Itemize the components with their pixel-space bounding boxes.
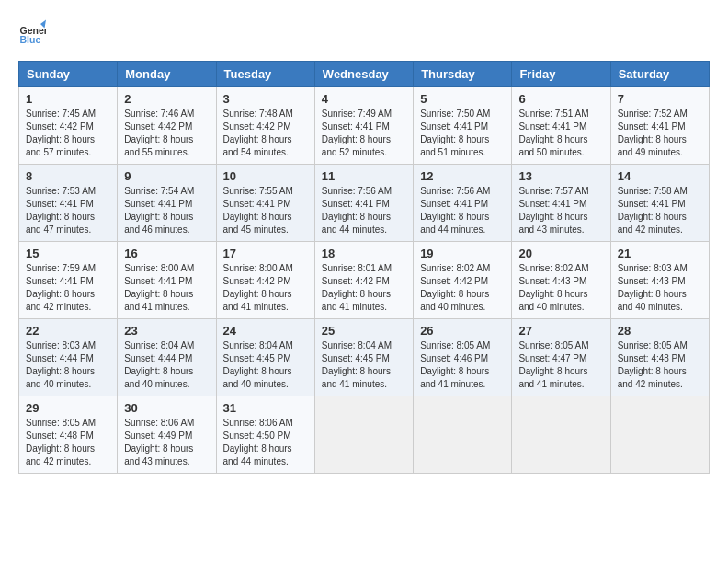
calendar-cell: 24Sunrise: 8:04 AMSunset: 4:45 PMDayligh…: [216, 319, 314, 396]
weekday-header-thursday: Thursday: [414, 62, 512, 87]
day-info: Sunrise: 7:56 AMSunset: 4:41 PMDaylight:…: [420, 185, 505, 236]
day-info: Sunrise: 7:58 AMSunset: 4:41 PMDaylight:…: [618, 185, 702, 236]
weekday-header-row: SundayMondayTuesdayWednesdayThursdayFrid…: [19, 62, 710, 87]
calendar-cell: 3Sunrise: 7:48 AMSunset: 4:42 PMDaylight…: [216, 87, 314, 165]
day-info: Sunrise: 8:04 AMSunset: 4:45 PMDaylight:…: [322, 339, 406, 391]
day-number: 11: [322, 169, 406, 183]
week-row-5: 29Sunrise: 8:05 AMSunset: 4:48 PMDayligh…: [19, 396, 710, 474]
calendar-cell: [610, 396, 709, 474]
calendar-cell: 9Sunrise: 7:54 AMSunset: 4:41 PMDaylight…: [118, 165, 216, 242]
day-info: Sunrise: 7:50 AMSunset: 4:41 PMDaylight:…: [420, 108, 505, 159]
calendar-cell: 25Sunrise: 8:04 AMSunset: 4:45 PMDayligh…: [314, 319, 413, 396]
calendar-cell: [314, 396, 413, 474]
day-info: Sunrise: 8:05 AMSunset: 4:47 PMDaylight:…: [518, 339, 603, 391]
day-number: 14: [618, 169, 702, 183]
calendar-cell: 23Sunrise: 8:04 AMSunset: 4:44 PMDayligh…: [118, 319, 216, 396]
day-number: 16: [124, 247, 209, 260]
weekday-header-monday: Monday: [118, 62, 216, 87]
day-number: 19: [420, 247, 505, 260]
calendar-cell: 4Sunrise: 7:49 AMSunset: 4:41 PMDaylight…: [314, 87, 413, 165]
day-number: 24: [223, 324, 308, 338]
day-number: 17: [223, 247, 308, 260]
calendar-cell: 21Sunrise: 8:03 AMSunset: 4:43 PMDayligh…: [610, 242, 709, 319]
day-info: Sunrise: 7:45 AMSunset: 4:42 PMDaylight:…: [26, 108, 110, 159]
day-info: Sunrise: 8:06 AMSunset: 4:49 PMDaylight:…: [124, 417, 209, 468]
calendar-cell: 18Sunrise: 8:01 AMSunset: 4:42 PMDayligh…: [314, 242, 413, 319]
day-number: 20: [518, 247, 603, 260]
day-info: Sunrise: 7:48 AMSunset: 4:42 PMDaylight:…: [223, 108, 308, 159]
day-info: Sunrise: 8:05 AMSunset: 4:48 PMDaylight:…: [618, 339, 702, 391]
calendar-cell: 17Sunrise: 8:00 AMSunset: 4:42 PMDayligh…: [216, 242, 314, 319]
calendar-cell: [414, 396, 512, 474]
day-info: Sunrise: 7:56 AMSunset: 4:41 PMDaylight:…: [322, 185, 406, 236]
day-info: Sunrise: 7:46 AMSunset: 4:42 PMDaylight:…: [124, 108, 209, 159]
day-info: Sunrise: 8:03 AMSunset: 4:44 PMDaylight:…: [26, 339, 110, 391]
calendar-cell: 20Sunrise: 8:02 AMSunset: 4:43 PMDayligh…: [512, 242, 610, 319]
day-number: 23: [124, 324, 209, 338]
day-number: 2: [124, 92, 209, 106]
day-number: 10: [223, 169, 308, 183]
day-number: 15: [26, 247, 110, 260]
day-number: 29: [26, 401, 110, 415]
weekday-header-saturday: Saturday: [610, 62, 709, 87]
calendar-cell: 10Sunrise: 7:55 AMSunset: 4:41 PMDayligh…: [216, 165, 314, 242]
weekday-header-friday: Friday: [512, 62, 610, 87]
day-number: 21: [618, 247, 702, 260]
logo: General Blue: [18, 18, 46, 46]
weekday-header-tuesday: Tuesday: [216, 62, 314, 87]
week-row-3: 15Sunrise: 7:59 AMSunset: 4:41 PMDayligh…: [19, 242, 710, 319]
calendar-cell: 29Sunrise: 8:05 AMSunset: 4:48 PMDayligh…: [19, 396, 118, 474]
day-number: 1: [26, 92, 110, 106]
calendar-cell: 28Sunrise: 8:05 AMSunset: 4:48 PMDayligh…: [610, 319, 709, 396]
day-number: 30: [124, 401, 209, 415]
page-header: General Blue: [18, 18, 710, 46]
day-info: Sunrise: 8:04 AMSunset: 4:44 PMDaylight:…: [124, 339, 209, 391]
day-info: Sunrise: 7:57 AMSunset: 4:41 PMDaylight:…: [518, 185, 603, 236]
calendar-table: SundayMondayTuesdayWednesdayThursdayFrid…: [18, 61, 710, 474]
day-info: Sunrise: 7:51 AMSunset: 4:41 PMDaylight:…: [518, 108, 603, 159]
calendar-cell: 13Sunrise: 7:57 AMSunset: 4:41 PMDayligh…: [512, 165, 610, 242]
day-number: 28: [618, 324, 702, 338]
day-info: Sunrise: 7:59 AMSunset: 4:41 PMDaylight:…: [26, 262, 110, 314]
day-number: 6: [518, 92, 603, 106]
day-info: Sunrise: 7:49 AMSunset: 4:41 PMDaylight:…: [322, 108, 406, 159]
calendar-cell: 11Sunrise: 7:56 AMSunset: 4:41 PMDayligh…: [314, 165, 413, 242]
day-info: Sunrise: 8:00 AMSunset: 4:42 PMDaylight:…: [223, 262, 308, 314]
day-number: 5: [420, 92, 505, 106]
calendar-cell: 15Sunrise: 7:59 AMSunset: 4:41 PMDayligh…: [19, 242, 118, 319]
day-number: 8: [26, 169, 110, 183]
calendar-cell: 12Sunrise: 7:56 AMSunset: 4:41 PMDayligh…: [414, 165, 512, 242]
day-info: Sunrise: 8:05 AMSunset: 4:48 PMDaylight:…: [26, 417, 110, 468]
day-number: 12: [420, 169, 505, 183]
day-info: Sunrise: 7:54 AMSunset: 4:41 PMDaylight:…: [124, 185, 209, 236]
calendar-cell: 7Sunrise: 7:52 AMSunset: 4:41 PMDaylight…: [610, 87, 709, 165]
calendar-cell: 14Sunrise: 7:58 AMSunset: 4:41 PMDayligh…: [610, 165, 709, 242]
weekday-header-wednesday: Wednesday: [314, 62, 413, 87]
day-number: 31: [223, 401, 308, 415]
calendar-cell: 22Sunrise: 8:03 AMSunset: 4:44 PMDayligh…: [19, 319, 118, 396]
day-info: Sunrise: 8:04 AMSunset: 4:45 PMDaylight:…: [223, 339, 308, 391]
day-number: 22: [26, 324, 110, 338]
day-info: Sunrise: 7:55 AMSunset: 4:41 PMDaylight:…: [223, 185, 308, 236]
calendar-cell: 16Sunrise: 8:00 AMSunset: 4:41 PMDayligh…: [118, 242, 216, 319]
day-info: Sunrise: 8:03 AMSunset: 4:43 PMDaylight:…: [618, 262, 702, 314]
day-number: 9: [124, 169, 209, 183]
logo-icon: General Blue: [18, 18, 46, 46]
day-number: 27: [518, 324, 603, 338]
day-info: Sunrise: 7:53 AMSunset: 4:41 PMDaylight:…: [26, 185, 110, 236]
day-number: 7: [618, 92, 702, 106]
day-number: 25: [322, 324, 406, 338]
calendar-cell: 1Sunrise: 7:45 AMSunset: 4:42 PMDaylight…: [19, 87, 118, 165]
svg-text:Blue: Blue: [20, 34, 41, 45]
calendar-cell: 27Sunrise: 8:05 AMSunset: 4:47 PMDayligh…: [512, 319, 610, 396]
calendar-cell: 2Sunrise: 7:46 AMSunset: 4:42 PMDaylight…: [118, 87, 216, 165]
calendar-cell: 5Sunrise: 7:50 AMSunset: 4:41 PMDaylight…: [414, 87, 512, 165]
calendar-cell: 8Sunrise: 7:53 AMSunset: 4:41 PMDaylight…: [19, 165, 118, 242]
day-number: 4: [322, 92, 406, 106]
day-info: Sunrise: 8:02 AMSunset: 4:43 PMDaylight:…: [518, 262, 603, 314]
day-number: 26: [420, 324, 505, 338]
calendar-cell: 6Sunrise: 7:51 AMSunset: 4:41 PMDaylight…: [512, 87, 610, 165]
weekday-header-sunday: Sunday: [19, 62, 118, 87]
calendar-cell: [512, 396, 610, 474]
day-info: Sunrise: 7:52 AMSunset: 4:41 PMDaylight:…: [618, 108, 702, 159]
